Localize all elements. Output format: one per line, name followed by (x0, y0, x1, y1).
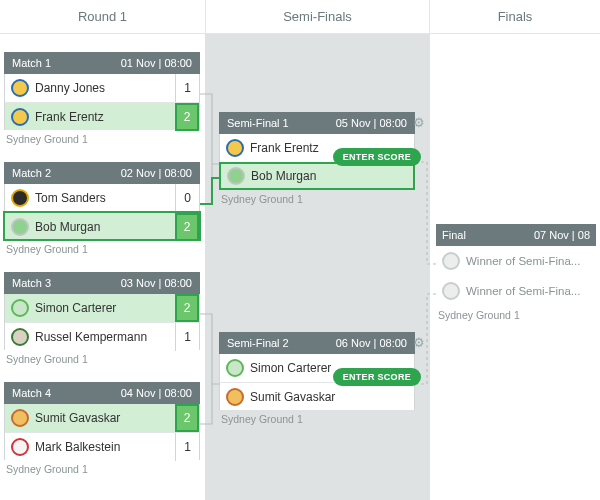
player-name: Simon Carterer (35, 301, 175, 315)
sf2-label: Semi-Final 2 (227, 337, 289, 349)
player-name: Frank Erentz (35, 110, 175, 124)
player-score: 1 (175, 74, 199, 102)
player-score: 2 (175, 103, 199, 131)
player-avatar (11, 189, 29, 207)
player-score: 2 (175, 213, 199, 241)
player-avatar (11, 299, 29, 317)
player-avatar (226, 388, 244, 406)
match-4-card[interactable]: Match 4 04 Nov | 08:00 Sumit Gavaskar 2 … (4, 382, 200, 475)
final-datetime: 07 Nov | 08 (534, 229, 590, 241)
sf2-datetime: 06 Nov | 08:00 (336, 337, 407, 349)
sf1-datetime: 05 Nov | 08:00 (336, 117, 407, 129)
player-name: Danny Jones (35, 81, 175, 95)
final-slot-1: Winner of Semi-Fina... (466, 255, 596, 267)
player-avatar (226, 359, 244, 377)
player-name: Bob Murgan (35, 220, 175, 234)
match-4-datetime: 04 Nov | 08:00 (121, 387, 192, 399)
finals-header: Finals (430, 0, 600, 34)
final-label: Final (442, 229, 466, 241)
match-venue: Sydney Ground 1 (4, 353, 200, 365)
semifinals-header: Semi-Finals (205, 0, 430, 34)
match-1-card[interactable]: Match 1 01 Nov | 08:00 Danny Jones 1 Fra… (4, 52, 200, 145)
player-avatar (11, 409, 29, 427)
sf1-label: Semi-Final 1 (227, 117, 289, 129)
match-1-label: Match 1 (12, 57, 51, 69)
player-name: Sumit Gavaskar (250, 390, 414, 404)
player-avatar (11, 218, 29, 236)
player-avatar (227, 167, 245, 185)
enter-score-badge[interactable]: ENTER SCORE (333, 148, 421, 166)
match-1-datetime: 01 Nov | 08:00 (121, 57, 192, 69)
match-venue: Sydney Ground 1 (219, 193, 415, 205)
match-venue: Sydney Ground 1 (4, 463, 200, 475)
match-venue: Sydney Ground 1 (4, 133, 200, 145)
player-name: Russel Kempermann (35, 330, 175, 344)
player-score: 0 (175, 184, 199, 212)
placeholder-avatar (442, 252, 460, 270)
placeholder-avatar (442, 282, 460, 300)
match-venue: Sydney Ground 1 (219, 413, 415, 425)
match-2-card[interactable]: Match 2 02 Nov | 08:00 Tom Sanders 0 Bob… (4, 162, 200, 255)
player-avatar (11, 328, 29, 346)
semifinal-1-card[interactable]: ⚙ Semi-Final 1 05 Nov | 08:00 Frank Eren… (219, 112, 415, 205)
player-score: 2 (175, 294, 199, 322)
match-2-datetime: 02 Nov | 08:00 (121, 167, 192, 179)
semifinal-2-card[interactable]: ⚙ Semi-Final 2 06 Nov | 08:00 Simon Cart… (219, 332, 415, 425)
gear-icon[interactable]: ⚙ (413, 115, 427, 130)
enter-score-badge[interactable]: ENTER SCORE (333, 368, 421, 386)
player-name: Sumit Gavaskar (35, 411, 175, 425)
player-score: 1 (175, 323, 199, 351)
player-avatar (11, 79, 29, 97)
round1-header: Round 1 (0, 0, 205, 34)
match-3-datetime: 03 Nov | 08:00 (121, 277, 192, 289)
player-name: Tom Sanders (35, 191, 175, 205)
player-score: 1 (175, 433, 199, 461)
player-avatar (11, 108, 29, 126)
player-name: Mark Balkestein (35, 440, 175, 454)
match-4-label: Match 4 (12, 387, 51, 399)
player-avatar (226, 139, 244, 157)
match-2-label: Match 2 (12, 167, 51, 179)
final-slot-2: Winner of Semi-Fina... (466, 285, 596, 297)
match-3-label: Match 3 (12, 277, 51, 289)
match-venue: Sydney Ground 1 (4, 243, 200, 255)
final-card[interactable]: Final 07 Nov | 08 Winner of Semi-Fina...… (436, 224, 596, 321)
player-name: Bob Murgan (251, 169, 413, 183)
gear-icon[interactable]: ⚙ (413, 335, 427, 350)
player-score: 2 (175, 404, 199, 432)
player-avatar (11, 438, 29, 456)
match-venue: Sydney Ground 1 (436, 309, 596, 321)
match-3-card[interactable]: Match 3 03 Nov | 08:00 Simon Carterer 2 … (4, 272, 200, 365)
